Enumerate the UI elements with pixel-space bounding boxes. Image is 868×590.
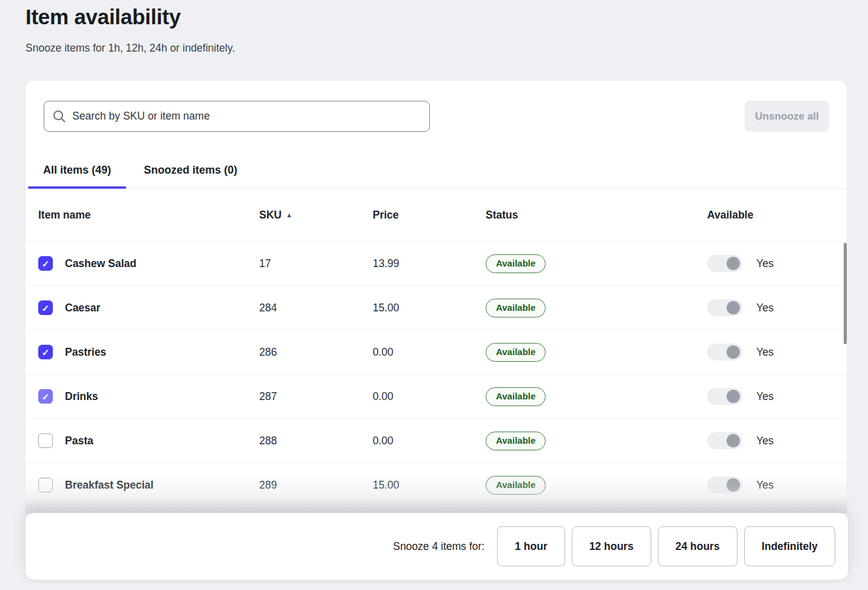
row-checkbox[interactable]: ✓ [38,433,53,448]
item-price: 15.00 [373,479,486,492]
status-badge: Available [486,476,546,495]
item-name: Breakfast Special [65,479,259,492]
status-badge: Available [486,254,546,273]
table-row[interactable]: ✓ Cashew Salad 17 13.99 Available Yes [25,242,847,286]
item-sku: 288 [259,435,373,447]
row-checkbox[interactable]: ✓ [38,389,53,404]
search-input[interactable] [72,101,429,131]
availability-toggle[interactable] [707,432,742,449]
table-row[interactable]: ✓ Drinks 287 0.00 Available Yes [25,375,847,419]
items-card: Unsnooze all All items (49) Snoozed item… [25,81,847,513]
page-subtitle: Snooze items for 1h, 12h, 24h or indefin… [25,42,235,55]
item-sku: 286 [259,346,373,359]
page-title: Item availability [25,5,181,29]
sort-asc-icon: ▲ [286,211,293,219]
item-price: 0.00 [373,346,486,359]
row-checkbox[interactable]: ✓ [38,256,53,271]
item-name: Drinks [65,390,259,403]
item-availability-page: Item availability Snooze items for 1h, 1… [0,0,868,590]
table-header: Item name SKU▲ Price Status Available [25,189,847,242]
row-checkbox[interactable]: ✓ [38,300,53,315]
column-header-price: Price [373,209,486,222]
column-header-sku-label: SKU [259,209,282,221]
column-header-status: Status [486,209,707,222]
status-badge: Available [486,432,546,450]
column-header-sku[interactable]: SKU▲ [259,209,373,222]
item-sku: 284 [259,302,373,314]
table-row[interactable]: ✓ Breakfast Special 289 15.00 Available … [25,463,847,507]
table-body: ✓ Cashew Salad 17 13.99 Available Yes ✓ … [25,242,847,507]
table-row[interactable]: ✓ Caesar 284 15.00 Available Yes [25,286,847,330]
toggle-knob [727,257,740,270]
column-header-available: Available [707,209,847,222]
tabs: All items (49) Snoozed items (0) [25,152,847,189]
availability-label: Yes [756,435,774,447]
row-checkbox[interactable]: ✓ [38,345,53,359]
check-icon: ✓ [42,392,50,401]
item-name: Pastries [65,346,259,359]
item-price: 0.00 [373,390,486,403]
toggle-knob [727,478,740,492]
availability-toggle[interactable] [707,255,742,272]
row-checkbox[interactable]: ✓ [38,478,53,492]
availability-label: Yes [756,257,774,270]
snooze-12-hours-button[interactable]: 12 hours [572,526,651,566]
item-price: 0.00 [373,435,486,447]
snooze-24-hours-button[interactable]: 24 hours [658,526,737,566]
item-price: 13.99 [373,257,486,270]
tab-all-items[interactable]: All items (49) [28,152,126,188]
toggle-knob [727,345,740,359]
toggle-knob [727,434,740,447]
snooze-action-bar: Snooze 4 items for: 1 hour 12 hours 24 h… [25,513,848,580]
availability-toggle[interactable] [707,476,742,493]
availability-toggle[interactable] [707,344,742,361]
status-badge: Available [486,387,546,406]
item-sku: 17 [259,257,373,270]
item-name: Pasta [65,435,259,447]
check-icon: ✓ [42,259,50,268]
snooze-indefinitely-button[interactable]: Indefinitely [744,526,835,566]
search-icon [53,110,66,123]
availability-label: Yes [756,302,774,314]
availability-label: Yes [756,390,774,403]
table-scrollbar-thumb[interactable] [844,243,847,344]
check-icon: ✓ [42,348,50,357]
snooze-selection-label: Snooze 4 items for: [393,540,484,553]
toggle-knob [727,301,740,314]
item-sku: 289 [259,479,373,492]
availability-label: Yes [756,479,774,492]
item-name: Caesar [65,302,259,314]
item-price: 15.00 [373,302,486,314]
tab-snoozed-items[interactable]: Snoozed items (0) [129,152,253,188]
toggle-knob [727,390,740,403]
status-badge: Available [486,299,546,317]
snooze-1-hour-button[interactable]: 1 hour [497,526,565,566]
search-box [44,101,430,132]
availability-toggle[interactable] [707,388,742,405]
table-row[interactable]: ✓ Pasta 288 0.00 Available Yes [25,419,847,463]
availability-label: Yes [756,346,774,359]
unsnooze-all-button[interactable]: Unsnooze all [745,101,829,132]
status-badge: Available [486,343,546,362]
table-row[interactable]: ✓ Pastries 286 0.00 Available Yes [25,330,847,375]
check-icon: ✓ [42,303,50,313]
item-sku: 287 [259,390,373,403]
item-name: Cashew Salad [65,257,259,270]
availability-toggle[interactable] [707,299,742,316]
column-header-item-name: Item name [38,209,259,222]
